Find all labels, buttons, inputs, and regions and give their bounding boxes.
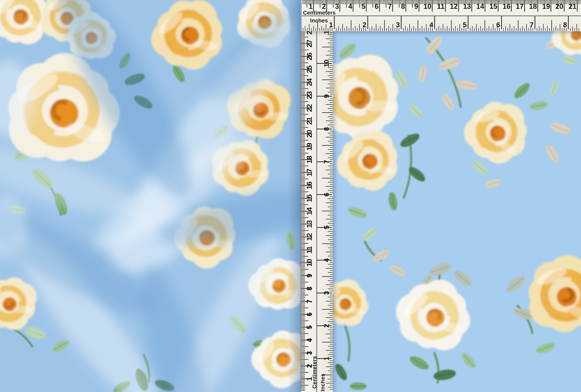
inch-tick-number: 2 — [362, 21, 366, 28]
cm-tick-number: 20 — [555, 2, 563, 10]
inch-tick-number: 2 — [323, 324, 330, 328]
cm-tick-number: 21 — [306, 117, 313, 125]
inch-tick-number: 7 — [530, 21, 534, 28]
cm-tick-number: 26 — [306, 52, 313, 60]
cm-tick-number: 8 — [306, 287, 313, 291]
cm-tick-number: 22 — [306, 104, 313, 112]
vertical-ruler-inches-label: Inches — [320, 374, 326, 392]
cm-tick-number: 5 — [362, 2, 366, 10]
cm-tick-number: 5 — [306, 325, 313, 329]
cm-tick-number: 15 — [489, 2, 497, 10]
cm-tick-number: 23 — [306, 91, 313, 99]
cm-tick-number: 10 — [306, 259, 313, 267]
cm-tick-number: 10 — [424, 2, 431, 10]
cm-tick-number: 27 — [306, 39, 313, 47]
cm-tick-number: 13 — [306, 220, 313, 228]
cm-tick-number: 7 — [388, 2, 392, 10]
cm-tick-number: 6 — [306, 312, 313, 316]
cm-tick-number: 6 — [374, 2, 378, 10]
cm-tick-number: 20 — [306, 130, 313, 138]
cm-tick-number: 9 — [306, 274, 313, 278]
vertical-ruler-edge — [301, 31, 301, 392]
cm-tick-number: 4 — [348, 2, 352, 10]
inch-tick-number: 3 — [396, 21, 400, 28]
seam-shadow — [288, 0, 301, 392]
cm-tick-number: 12 — [306, 233, 313, 241]
cm-tick-number: 19 — [542, 2, 550, 10]
cm-tick-number: 12 — [450, 2, 458, 10]
vertical-ruler-centimeters-label: Centimeters — [312, 356, 318, 389]
cm-tick-number: 7 — [306, 300, 313, 303]
inch-tick-number: 8 — [563, 21, 567, 28]
cm-tick-number: 25 — [306, 65, 313, 73]
cm-tick-number: 17 — [306, 168, 313, 176]
cm-tick-number: 11 — [437, 2, 444, 10]
inch-tick-number: 5 — [463, 21, 467, 28]
cm-tick-number: 8 — [401, 2, 405, 10]
cm-tick-number: 17 — [516, 2, 524, 10]
inch-tick-number: 11 — [323, 31, 330, 34]
cm-tick-number: 16 — [502, 2, 510, 10]
horizontal-ruler-centimeters-label: Centimeters — [303, 10, 336, 16]
inch-tick-number: 1 — [323, 357, 330, 361]
cm-tick-number: 24 — [306, 78, 313, 86]
inch-tick-number: 8 — [323, 127, 330, 131]
vertical-ruler: 1234567891011121314151617181920212223242… — [301, 31, 333, 392]
swirled-fabric-panel — [0, 0, 301, 392]
cm-tick-number: 21 — [568, 2, 576, 10]
inch-tick-number: 7 — [323, 160, 330, 164]
cm-tick-number: 14 — [476, 2, 484, 10]
leaf — [350, 383, 367, 390]
inch-tick-number: 1 — [329, 21, 333, 28]
cm-tick-number: 28 — [306, 31, 313, 34]
cm-tick-number: 19 — [306, 143, 313, 151]
inch-tick-number: 4 — [429, 21, 433, 28]
inch-tick-number: 9 — [323, 94, 330, 98]
flat-fabric-panel — [301, 0, 581, 392]
cm-tick-number: 13 — [463, 2, 471, 10]
fabric-sample-photo: 1234567891011121314151617181920212223242… — [0, 0, 581, 392]
cm-tick-number: 18 — [306, 156, 313, 164]
inch-tick-number: 5 — [323, 225, 330, 229]
cm-tick-number: 14 — [306, 207, 313, 215]
inch-tick-number: 6 — [496, 21, 500, 28]
inch-tick-number: 3 — [323, 291, 330, 295]
horizontal-ruler-inches-label: Inches — [310, 17, 328, 23]
cm-tick-number: 3 — [306, 351, 313, 355]
cm-tick-number: 3 — [335, 2, 339, 10]
cm-tick-number: 4 — [306, 338, 313, 342]
horizontal-ruler: 1234567891011121314151617181920211234567… — [302, 0, 581, 31]
cm-tick-number: 2 — [322, 2, 326, 10]
cm-tick-number: 15 — [306, 194, 313, 202]
inch-tick-number: 4 — [323, 258, 330, 262]
cm-tick-number: 1 — [309, 2, 313, 10]
inch-tick-number: 10 — [323, 60, 330, 67]
cm-tick-number: 11 — [306, 246, 313, 254]
cm-tick-number: 9 — [414, 2, 418, 10]
cm-tick-number: 16 — [306, 181, 313, 189]
inch-tick-number: 6 — [323, 193, 330, 197]
cm-tick-number: 18 — [529, 2, 537, 10]
